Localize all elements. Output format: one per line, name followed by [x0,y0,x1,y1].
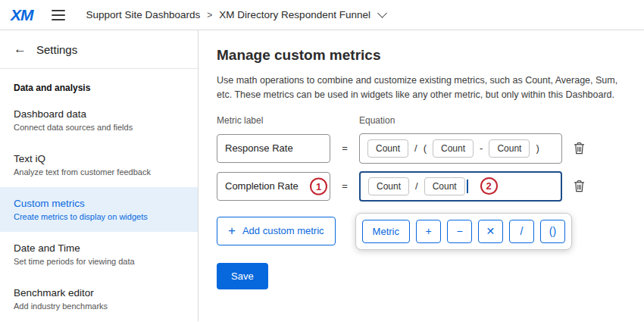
operator-minus: - [480,142,483,154]
sidebar-item-sublabel: Analyze text from customer feedback [14,167,184,177]
sidebar-item-sublabel: Set time periods for viewing data [14,257,184,266]
annotation-badge-2: 2 [480,177,498,195]
operator-close-paren: ) [536,142,539,154]
back-arrow-icon[interactable]: ← [14,42,27,57]
actions-row: + Add custom metric Metric + − ✕ / () [217,213,633,250]
equals-sign: = [330,142,359,154]
chevron-down-icon[interactable] [377,8,387,18]
sidebar-item-label: Date and Time [14,242,184,254]
operator-divide: / [414,142,417,154]
settings-sidebar: ← Settings Data and analysis Dashboard d… [0,30,199,321]
sidebar-item-text-iq[interactable]: Text iQ Analyze text from customer feedb… [0,142,198,187]
operator-open-paren: ( [424,142,427,154]
xm-logo: XM [11,6,33,24]
breadcrumb-separator: > [207,10,212,20]
metric-chip[interactable]: Count [424,177,465,195]
main-content: Manage custom metrics Use math operation… [199,30,644,321]
sidebar-item-date-and-time[interactable]: Date and Time Set time periods for viewi… [0,232,198,277]
add-custom-metric-button[interactable]: + Add custom metric [217,217,336,245]
hamburger-menu-icon[interactable] [52,10,65,20]
sidebar-item-dashboard-data[interactable]: Dashboard data Connect data sources and … [0,98,198,142]
metric-label-input-response-rate[interactable] [217,134,330,163]
sidebar-item-label: Custom metrics [14,198,184,209]
equation-box-response-rate[interactable]: Count / ( Count - Count ) [359,133,562,164]
metric-chip[interactable]: Count [367,139,408,158]
sidebar-item-label: Dashboard data [14,108,184,120]
save-button[interactable]: Save [217,263,268,289]
sidebar-item-sublabel: Connect data sources and fields [14,123,184,132]
page-title: Manage custom metrics [217,47,633,64]
sidebar-item-sublabel: Add industry benchmarks [14,302,184,311]
toolbar-multiply-button[interactable]: ✕ [478,220,503,243]
annotation-badge-1: 1 [310,177,327,195]
toolbar-plus-button[interactable]: + [416,220,441,243]
sidebar-item-custom-metrics[interactable]: Custom metrics Create metrics to display… [0,187,198,232]
metric-row: = Count / ( Count - Count ) [217,133,633,164]
toolbar-divide-button[interactable]: / [509,220,534,243]
equation-box-completion-rate-focused[interactable]: Count / Count 2 [359,171,562,202]
trash-icon [574,142,585,155]
page-description: Use math operations to combine and custo… [217,73,632,102]
delete-metric-button[interactable] [574,142,585,155]
sidebar-title: Settings [36,43,77,56]
delete-metric-button[interactable] [574,180,585,192]
metric-chip[interactable]: Count [489,139,530,158]
column-headers: Metric label Equation [217,115,633,126]
column-header-equation: Equation [359,115,395,126]
toolbar-minus-button[interactable]: − [447,220,472,243]
trash-icon [574,180,585,192]
sidebar-item-label: Text iQ [14,153,184,164]
sidebar-item-sublabel: Create metrics to display on widgets [14,212,184,221]
plus-icon: + [228,224,236,239]
sidebar-section-data-and-analysis: Data and analysis [0,69,198,98]
metric-row: 1 = Count / Count 2 [217,171,633,202]
sidebar-header: ← Settings [0,30,198,69]
equals-sign: = [330,180,359,192]
top-bar: XM Support Site Dashboards > XM Director… [0,0,644,30]
sidebar-item-benchmark-editor[interactable]: Benchmark editor Add industry benchmarks [0,277,198,321]
column-header-metric-label: Metric label [217,115,359,126]
breadcrumb: Support Site Dashboards > XM Directory R… [86,9,386,20]
app-window: XM Support Site Dashboards > XM Director… [0,0,644,322]
metric-chip[interactable]: Count [433,139,474,158]
breadcrumb-dashboards[interactable]: Support Site Dashboards [86,9,201,20]
sidebar-item-label: Benchmark editor [14,287,184,299]
breadcrumb-current-dashboard[interactable]: XM Directory Respondent Funnel [219,9,370,20]
equation-toolbar-popup: Metric + − ✕ / () [355,213,572,250]
add-custom-metric-label: Add custom metric [242,225,324,236]
operator-divide: / [415,180,418,192]
toolbar-metric-button[interactable]: Metric [362,220,410,243]
metric-chip[interactable]: Count [368,177,409,195]
text-cursor [467,180,468,193]
toolbar-parentheses-button[interactable]: () [540,220,565,243]
